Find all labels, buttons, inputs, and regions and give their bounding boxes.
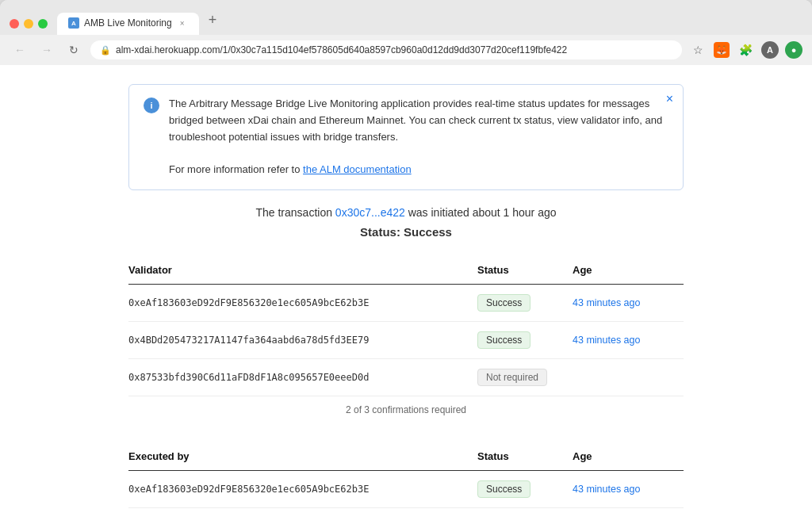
validator-address: 0xeAf183603eD92dF9E856320e1ec605A9bcE62b… [128,284,477,321]
executor-age[interactable]: 43 minutes ago [573,470,684,507]
status-badge: Success [477,480,530,498]
tx-time-text: was initiated about 1 hour ago [408,206,557,219]
page-content: i The Arbitrary Message Bridge Live Moni… [0,65,812,528]
forward-button[interactable]: → [36,40,57,60]
alm-docs-link[interactable]: the ALM documentation [303,163,412,175]
banner-text: The Arbitrary Message Bridge Live Monito… [169,96,668,178]
executed-table: Executed by Status Age 0xeAf183603eD92dF… [128,444,684,508]
green-extension-icon[interactable]: ● [785,41,802,59]
bookmark-icon[interactable]: ☆ [688,40,707,59]
executed-table-header-row: Executed by Status Age [128,444,684,471]
new-tab-button[interactable]: + [201,8,225,33]
executed-row: 0xeAf183603eD92dF9E856320e1ec605A9bcE62b… [128,470,684,507]
status-badge: Not required [477,369,547,386]
tab-close-icon[interactable]: × [177,17,188,29]
banner-body-text: The Arbitrary Message Bridge Live Monito… [169,98,662,143]
puzzle-icon[interactable]: 🧩 [736,40,755,59]
executed-table-container: Executed by Status Age 0xeAf183603eD92dF… [128,444,684,508]
col-executed-by: Executed by [128,444,477,471]
title-bar: A AMB Live Monitoring × + [0,0,812,35]
validators-table-container: Validator Status Age 0xeAf183603eD92dF9E… [128,258,684,431]
validator-row: 0xeAf183603eD92dF9E856320e1ec605A9bcE62b… [128,284,684,321]
transaction-info: The transaction 0x30c7...e422 was initia… [255,206,556,219]
tx-intro-text: The transaction [255,206,335,219]
close-button[interactable] [10,19,19,29]
tx-hash-link[interactable]: 0x30c7...e422 [335,206,405,219]
col-validator: Validator [128,258,477,285]
validator-address: 0x4BDd205473217A1147fa364aabd6a78d5fd3EE… [128,321,477,358]
metamask-extension-icon[interactable]: 🦊 [714,42,730,58]
url-text: alm-xdai.herokuapp.com/1/0x30c7a115d104e… [116,44,567,55]
validator-row: 0x87533bfd390C6d11aFD8dF1A8c095657E0eeeD… [128,358,684,396]
active-tab[interactable]: A AMB Live Monitoring × [57,13,199,35]
info-icon: i [144,98,159,113]
col-exec-status: Status [477,444,573,471]
back-button[interactable]: ← [10,40,30,60]
status-value: Success [404,225,452,239]
refresh-button[interactable]: ↻ [63,40,84,60]
col-status: Status [477,258,573,285]
validator-age[interactable]: 43 minutes ago [573,284,684,321]
validator-row: 0x4BDd205473217A1147fa364aabd6a78d5fd3EE… [128,321,684,358]
maximize-button[interactable] [38,19,48,29]
tab-title: AMB Live Monitoring [84,17,172,29]
executor-address: 0xeAf183603eD92dF9E856320e1ec605A9bcE62b… [128,470,477,507]
col-age: Age [573,258,684,285]
validator-status-badge: Success [477,321,573,358]
address-bar[interactable]: 🔒 alm-xdai.herokuapp.com/1/0x30c7a115d10… [90,40,682,59]
status-badge: Success [477,294,530,312]
validator-age[interactable]: 43 minutes ago [573,321,684,358]
status-row: Status: Success [360,225,452,239]
tab-favicon: A [68,17,79,29]
banner-link-prefix: For more information refer to [169,163,303,175]
validator-status-badge: Not required [477,358,573,396]
executor-status-badge: Success [477,470,573,507]
validators-table-header-row: Validator Status Age [128,258,684,285]
info-banner: i The Arbitrary Message Bridge Live Moni… [128,84,684,190]
lock-icon: 🔒 [100,45,111,55]
banner-close-button[interactable]: × [666,93,673,105]
address-bar-row: ← → ↻ 🔒 alm-xdai.herokuapp.com/1/0x30c7a… [0,35,812,65]
minimize-button[interactable] [24,19,33,29]
validators-table: Validator Status Age 0xeAf183603eD92dF9E… [128,258,684,396]
confirmations-note: 2 of 3 confirmations required [128,396,684,431]
window-controls [10,19,48,29]
validator-age [573,358,684,396]
validator-status-badge: Success [477,284,573,321]
validator-address: 0x87533bfd390C6d11aFD8dF1A8c095657E0eeeD… [128,358,477,396]
browser-window: A AMB Live Monitoring × + ← → ↻ 🔒 alm-xd… [0,0,812,528]
status-badge: Success [477,331,530,349]
col-exec-age: Age [573,444,684,471]
account-extension-icon[interactable]: A [761,41,779,59]
toolbar-right: ☆ 🦊 🧩 A ● [688,40,802,59]
status-label: Status: [360,225,404,239]
